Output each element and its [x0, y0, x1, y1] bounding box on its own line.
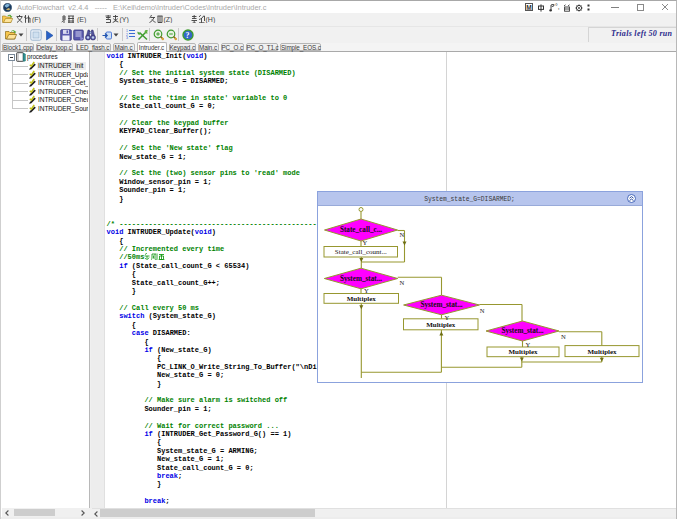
svg-text:(F): (F)	[32, 16, 41, 23]
svg-text:Y: Y	[526, 341, 531, 348]
svg-text:Y: Y	[363, 239, 368, 246]
svg-text:Y: Y	[364, 287, 369, 294]
svg-text:Multiplex: Multiplex	[347, 295, 377, 303]
svg-text:(Y): (Y)	[120, 16, 129, 23]
svg-text:N: N	[400, 279, 405, 286]
svg-text:Multiplex: Multiplex	[587, 348, 617, 356]
svg-text:N: N	[480, 307, 485, 314]
svg-text:Y: Y	[445, 314, 450, 321]
svg-text:System_stat...: System_stat...	[340, 275, 382, 283]
svg-text:N: N	[400, 231, 405, 238]
svg-text:Multiplex: Multiplex	[508, 348, 538, 356]
svg-text:System_stat...: System_stat...	[501, 327, 543, 335]
svg-text:Multiplex: Multiplex	[426, 321, 456, 329]
svg-text:N: N	[561, 333, 566, 340]
svg-text:System_stat...: System_stat...	[420, 301, 462, 309]
svg-text:(H): (H)	[206, 16, 216, 23]
svg-text:(Z): (Z)	[164, 16, 173, 23]
svg-text:State_call_c...: State_call_c...	[340, 226, 382, 234]
svg-text:3: 3	[126, 36, 128, 40]
svg-text:(E): (E)	[77, 16, 86, 23]
svg-text:?: ?	[186, 30, 190, 39]
svg-text:State_call_count...: State_call_count...	[335, 248, 387, 256]
